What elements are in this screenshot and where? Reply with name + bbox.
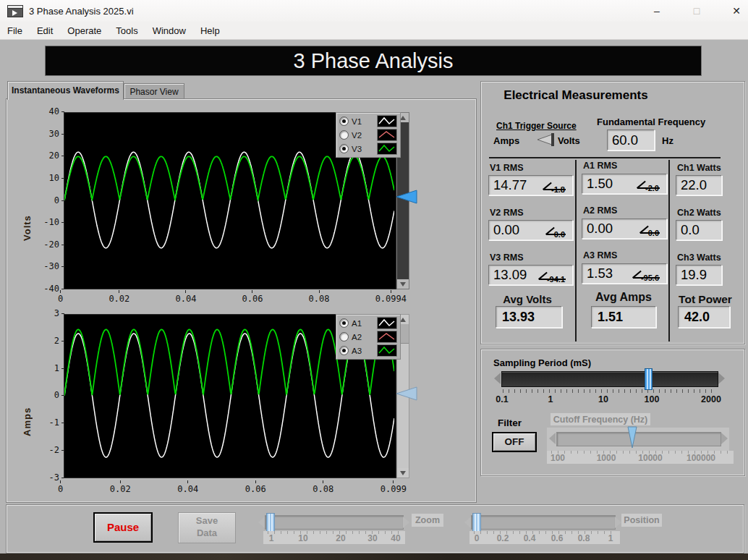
slider-right-arrow-icon[interactable] (721, 433, 728, 444)
scale-tick-label: 100000 (687, 453, 715, 463)
menu-bar: FileEditOperateToolsWindowHelp (0, 22, 748, 40)
legend-item[interactable]: A1 (339, 317, 397, 329)
menu-item[interactable]: Tools (109, 25, 145, 36)
cutoff-frequency-pointer[interactable] (626, 426, 638, 449)
legend-radio[interactable] (339, 116, 349, 126)
angle-value: -2.0 (637, 184, 660, 195)
zoom-scale: 110203040 (263, 531, 405, 544)
scale-tick-label: 30 (367, 533, 377, 543)
legend-label: A1 (352, 319, 374, 328)
legend-item[interactable]: V1 (339, 115, 397, 127)
tab-instantaneous-waveforms[interactable]: Instantaneous Waveforms (7, 81, 124, 100)
angle-value: 0.0 (640, 229, 660, 239)
y-tick-label: 0 (54, 196, 59, 205)
angle-symbol: -95.6 (633, 268, 660, 279)
measure-value-box: 14.77 -1.8 (488, 175, 573, 195)
legend-radio[interactable] (339, 346, 349, 355)
angle-value: 0.0 (546, 231, 566, 241)
footer-bar: Pause Save Data 110203040 Zoom 00.20.40.… (6, 504, 744, 553)
position-scale: 00.20.40.60.81 (469, 531, 620, 544)
front-panel: 3 Phase Analysis Instantaneous Waveforms… (0, 40, 748, 553)
v-trigger-level-cursor[interactable] (395, 189, 418, 205)
legend-plot-style-icon[interactable] (377, 331, 397, 343)
legend-radio[interactable] (339, 130, 349, 140)
slider-left-arrow-icon[interactable] (549, 433, 556, 444)
legend-radio[interactable] (339, 332, 349, 341)
legend-plot-style-icon[interactable] (377, 317, 397, 329)
slider-left-arrow-icon[interactable] (258, 517, 265, 528)
maximize-button[interactable]: □ (680, 0, 713, 22)
menu-item[interactable]: Edit (30, 25, 60, 36)
legend-plot-style-icon[interactable] (377, 115, 397, 127)
tab-phasor-view[interactable]: Phasor View (124, 83, 184, 100)
legend-plot-style-icon[interactable] (377, 344, 397, 357)
i-trigger-level-cursor[interactable] (395, 386, 418, 402)
slider-left-arrow-icon[interactable] (494, 373, 501, 384)
voltage-waveform-chart: Volts 403020100-10-20-30-40 V1 V2 V3 (10, 103, 409, 301)
pause-button[interactable]: Pause (93, 512, 153, 543)
scale-tick-label: 0.6 (551, 533, 564, 543)
slider-right-arrow-icon[interactable] (615, 517, 621, 528)
slider-right-arrow-icon[interactable] (403, 517, 409, 528)
cutoff-frequency-slider[interactable] (556, 432, 721, 446)
sampling-period-slider[interactable] (501, 371, 718, 387)
legend-item[interactable]: V3 (339, 143, 397, 155)
position-slider[interactable] (471, 515, 616, 530)
tot-power-box: 42.0 (678, 306, 730, 328)
trigger-source-option-volts[interactable]: Volts (558, 135, 580, 146)
scale-tick-label: 10 (298, 533, 307, 543)
x-axis-ticks: 00.020.040.060.080.099 (58, 480, 407, 494)
position-slider-handle[interactable] (472, 513, 481, 532)
legend-radio[interactable] (339, 318, 349, 328)
legend-item[interactable]: A3 (339, 344, 397, 357)
angle-value: -1.8 (543, 186, 566, 196)
legend-radio[interactable] (339, 144, 349, 153)
measure-value-box: 22.0 (676, 175, 722, 195)
measure-value-box: 1.50 -2.0 (582, 174, 667, 194)
x-tick-label: 0.06 (242, 290, 263, 304)
zoom-slider[interactable] (265, 515, 404, 530)
sampling-period-handle[interactable] (645, 368, 653, 390)
filter-off-button[interactable]: OFF (492, 432, 537, 452)
measure-value: 14.77 (489, 177, 527, 193)
trigger-source-switch[interactable] (532, 132, 556, 147)
scale-tick-label: 1 (269, 533, 274, 543)
y-tick-label: -2 (49, 446, 59, 454)
minimize-button[interactable]: – (640, 0, 673, 22)
y-tick-label: 40 (49, 107, 59, 116)
menu-item[interactable]: Help (193, 25, 227, 36)
x-tick-label: 0.04 (175, 290, 196, 304)
legend-plot-style-icon[interactable] (377, 143, 397, 155)
trigger-source-option-amps[interactable]: Amps (493, 135, 519, 146)
measure-value: 0.00 (489, 222, 519, 238)
slider-left-arrow-icon[interactable] (464, 517, 471, 528)
legend-item[interactable]: A2 (339, 331, 397, 343)
measure-value-box: 19.9 (676, 265, 722, 285)
close-button[interactable]: ✕ (720, 0, 748, 22)
measure-value: 1.53 (582, 266, 613, 281)
x-axis-ticks: 00.020.040.060.080.0994 (58, 290, 407, 304)
scroll-down-icon[interactable] (397, 279, 409, 289)
current-waveform-chart: Amps 3210-1-2-3 A1 A2 A3 (10, 305, 409, 495)
legend-plot-style-icon[interactable] (377, 129, 397, 141)
legend-label: V3 (352, 145, 374, 153)
y-tick-label: 2 (54, 336, 59, 345)
y-tick-label: 0 (54, 391, 59, 399)
menu-item[interactable]: Window (145, 25, 193, 36)
avg-volts-label: Avg Volts (491, 293, 564, 305)
save-data-button[interactable]: Save Data (178, 512, 236, 543)
avg-amps-label: Avg Amps (584, 291, 663, 304)
legend-item[interactable]: V2 (339, 129, 397, 141)
divider (489, 157, 721, 158)
labview-vi-icon (7, 5, 23, 17)
menu-item[interactable]: File (0, 25, 30, 36)
slider-right-arrow-icon[interactable] (718, 373, 725, 384)
angle-value: -95.6 (633, 274, 660, 284)
zoom-slider-handle[interactable] (266, 513, 275, 532)
measure-label: V1 RMS (490, 163, 524, 173)
menu-item[interactable]: Operate (60, 25, 109, 36)
measure-label: Ch1 Watts (677, 163, 721, 173)
y-tick-label: -30 (43, 262, 59, 271)
measure-label: Ch3 Watts (677, 253, 721, 263)
scroll-down-icon[interactable] (397, 468, 409, 478)
